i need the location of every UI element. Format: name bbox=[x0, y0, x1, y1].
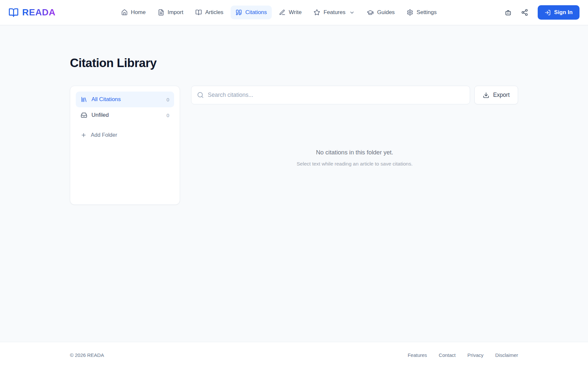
empty-state: No citations in this folder yet. Select … bbox=[191, 149, 518, 167]
plus-icon bbox=[81, 132, 87, 138]
top-nav-bar: READA Home Import Articles Citations Wri… bbox=[0, 0, 588, 25]
main-nav: Home Import Articles Citations Write Fea… bbox=[116, 6, 442, 20]
citations-toolbar: Export bbox=[191, 86, 518, 104]
nav-item-import[interactable]: Import bbox=[153, 6, 188, 19]
empty-state-subtitle: Select text while reading an article to … bbox=[191, 161, 518, 167]
file-text-icon bbox=[158, 9, 164, 16]
search-citations-input[interactable] bbox=[208, 92, 464, 98]
nav-label: Guides bbox=[377, 9, 395, 16]
folder-count: 0 bbox=[167, 97, 169, 102]
page-footer: © 2026 READA Features Contact Privacy Di… bbox=[0, 342, 588, 368]
nav-actions: Sign In bbox=[502, 5, 580, 20]
nav-label: Citations bbox=[245, 9, 267, 16]
footer-link-features[interactable]: Features bbox=[408, 352, 427, 358]
house-icon bbox=[121, 9, 128, 16]
nav-item-articles[interactable]: Articles bbox=[190, 6, 228, 19]
folder-item-unfiled[interactable]: Unfiled 0 bbox=[76, 107, 174, 123]
graduation-cap-icon bbox=[367, 9, 374, 16]
export-button[interactable]: Export bbox=[474, 86, 518, 104]
download-icon bbox=[483, 92, 489, 98]
search-icon bbox=[197, 92, 204, 98]
pen-icon bbox=[279, 9, 286, 16]
sign-in-label: Sign In bbox=[554, 9, 573, 16]
share-icon bbox=[521, 9, 528, 16]
brand-name: READA bbox=[22, 7, 56, 18]
empty-state-title: No citations in this folder yet. bbox=[191, 149, 518, 156]
book-open-icon bbox=[195, 9, 202, 16]
nav-label: Home bbox=[131, 9, 146, 16]
inbox-icon bbox=[81, 112, 87, 118]
copyright-text: © 2026 READA bbox=[70, 352, 104, 358]
add-folder-label: Add Folder bbox=[91, 132, 117, 138]
footer-links: Features Contact Privacy Disclaimer bbox=[408, 352, 518, 358]
add-folder-button[interactable]: Add Folder bbox=[76, 128, 174, 142]
footer-link-privacy[interactable]: Privacy bbox=[467, 352, 483, 358]
nav-item-home[interactable]: Home bbox=[116, 6, 151, 19]
gear-icon bbox=[407, 9, 413, 16]
bot-icon bbox=[504, 9, 512, 16]
nav-item-guides[interactable]: Guides bbox=[362, 6, 400, 20]
sign-in-button[interactable]: Sign In bbox=[538, 5, 580, 20]
nav-item-citations[interactable]: Citations bbox=[231, 6, 272, 19]
brand-logo[interactable]: READA bbox=[8, 7, 56, 18]
page-title: Citation Library bbox=[70, 56, 518, 70]
footer-link-contact[interactable]: Contact bbox=[439, 352, 456, 358]
search-box bbox=[191, 86, 470, 104]
book-open-logo-icon bbox=[8, 8, 19, 18]
folder-label: Unfiled bbox=[91, 112, 109, 118]
folder-count: 0 bbox=[167, 113, 169, 118]
folders-sidebar: All Citations 0 Unfiled 0 Add Folder bbox=[70, 86, 180, 205]
library-icon bbox=[81, 96, 87, 103]
main-content: Citation Library All Citations 0 Unfiled… bbox=[0, 25, 588, 342]
nav-item-features[interactable]: Features bbox=[309, 6, 360, 19]
nav-label: Features bbox=[323, 9, 345, 16]
nav-label: Write bbox=[289, 9, 302, 16]
nav-label: Settings bbox=[416, 9, 436, 16]
log-in-icon bbox=[545, 9, 551, 16]
citations-panel: Export No citations in this folder yet. … bbox=[191, 86, 518, 167]
share-button[interactable] bbox=[519, 7, 531, 18]
nav-label: Import bbox=[168, 9, 183, 16]
nav-label: Articles bbox=[205, 9, 223, 16]
assistant-bot-button[interactable] bbox=[502, 7, 514, 19]
footer-link-disclaimer[interactable]: Disclaimer bbox=[495, 352, 518, 358]
export-label: Export bbox=[493, 92, 510, 98]
folder-label: All Citations bbox=[91, 96, 121, 103]
nav-item-settings[interactable]: Settings bbox=[402, 6, 441, 19]
folder-item-all-citations[interactable]: All Citations 0 bbox=[76, 92, 174, 107]
star-icon bbox=[314, 9, 320, 16]
nav-item-write[interactable]: Write bbox=[274, 6, 306, 19]
chevron-down-icon bbox=[349, 10, 355, 15]
quote-icon bbox=[236, 9, 242, 16]
